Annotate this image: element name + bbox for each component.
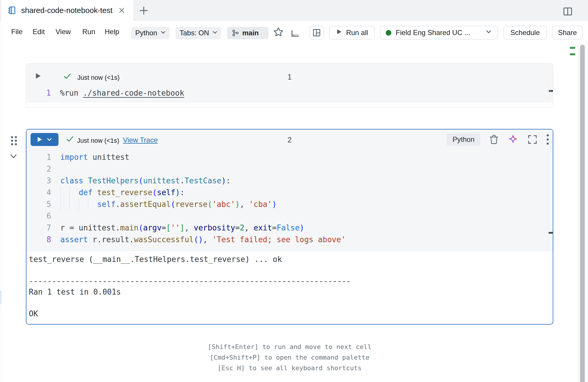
- split-panel-icon: [563, 6, 573, 16]
- language-selector[interactable]: Python: [131, 27, 170, 39]
- code-token: (: [152, 188, 157, 197]
- code-token: ,: [244, 223, 249, 232]
- new-tab-button[interactable]: [138, 5, 149, 16]
- code-token: self: [157, 188, 176, 197]
- share-button[interactable]: Share: [552, 26, 583, 39]
- code-token: verbosity: [194, 223, 235, 232]
- notebook-path-link[interactable]: ./shared-code-notebook: [83, 89, 184, 97]
- code-token: TestCase: [185, 176, 221, 185]
- line-number: 1: [26, 89, 51, 97]
- git-branch-selector[interactable]: main: [227, 27, 268, 39]
- code-token: .: [180, 176, 185, 185]
- notebook-toolbar: File Edit View Run Help Python Tabs: ON …: [0, 21, 588, 41]
- code-token: (: [138, 223, 143, 232]
- code-line[interactable]: 2: [26, 163, 553, 175]
- trash-icon: [489, 134, 499, 145]
- code-token: argv: [143, 223, 162, 232]
- code-token: assertEqual: [120, 200, 171, 209]
- code-token: [93, 188, 97, 197]
- delete-cell-button[interactable]: [489, 134, 499, 145]
- code-token: =: [69, 223, 74, 232]
- schedule-button[interactable]: Schedule: [504, 26, 547, 39]
- menu-edit[interactable]: Edit: [33, 28, 45, 36]
- menu-view[interactable]: View: [56, 28, 71, 36]
- code-token: %run: [60, 89, 83, 97]
- sidebar-peek-handle[interactable]: [0, 291, 1, 304]
- notebook-cell-1[interactable]: Just now (<1s) 1 1%run ./shared-code-not…: [26, 63, 553, 108]
- expand-cell-button[interactable]: [527, 134, 537, 145]
- code-token: wasSuccessful: [134, 235, 194, 244]
- assistant-button[interactable]: [507, 134, 519, 145]
- split-view-button[interactable]: [562, 6, 573, 17]
- cell-number: 1: [26, 72, 553, 82]
- code-line[interactable]: 8assert r.result.wasSuccessful(), 'Test …: [26, 234, 553, 245]
- code-token: =: [272, 223, 277, 232]
- code-token: .: [116, 200, 120, 209]
- scrollbar-thumb[interactable]: [580, 45, 585, 382]
- code-token: unittest: [143, 176, 180, 185]
- code-token: ): [198, 235, 203, 244]
- cell-2-code-editor[interactable]: 1import unittest23class TestHelpers(unit…: [26, 151, 553, 251]
- hint-line: [Shift+Enter] to run and move to next ce…: [26, 342, 553, 352]
- code-line[interactable]: 3class TestHelpers(unittest.TestCase):: [26, 175, 553, 187]
- cell-drag-handle[interactable]: [10, 135, 18, 147]
- cell-1-code-editor[interactable]: 1%run ./shared-code-notebook: [26, 82, 553, 103]
- last-edit-link[interactable]: L..: [291, 29, 299, 37]
- code-token: import: [60, 153, 88, 162]
- menu-file[interactable]: File: [11, 28, 23, 36]
- code-line[interactable]: 1import unittest: [26, 151, 553, 163]
- cell-run-success-marker: [570, 53, 575, 55]
- cell-1-header: Just now (<1s) 1: [26, 64, 553, 82]
- favorite-button[interactable]: [273, 26, 284, 39]
- compute-selector-label: Field Eng Shared UC ...: [396, 29, 485, 37]
- dashboard-layout-button[interactable]: [310, 26, 324, 39]
- code-token: 2: [240, 223, 245, 232]
- notebook-tab[interactable]: shared-code-notebook-test: [1, 0, 134, 21]
- code-token: =: [161, 223, 166, 232]
- line-number: 1: [26, 153, 51, 162]
- code-token: reverse: [175, 200, 208, 209]
- compute-selector[interactable]: Field Eng Shared UC ...: [380, 26, 497, 39]
- plus-icon: [139, 6, 148, 15]
- run-all-button[interactable]: Run all: [329, 26, 375, 39]
- cell-1-result-footer: [26, 103, 553, 107]
- code-line[interactable]: 7r = unittest.main(argv=[''], verbosity=…: [26, 222, 553, 234]
- page-scrollbar[interactable]: [578, 43, 588, 382]
- line-number: 2: [26, 165, 51, 173]
- cell-2-header: Just now (<1s) View Trace 2 Python: [26, 129, 553, 151]
- notebook-cell-2[interactable]: Just now (<1s) View Trace 2 Python: [26, 129, 553, 325]
- code-token: (: [171, 200, 176, 209]
- keyboard-hints: [Shift+Enter] to run and move to next ce…: [26, 342, 553, 373]
- indent-guide: [60, 186, 61, 198]
- sidebar-edge-divider: [1, 0, 1, 382]
- code-line[interactable]: 4 def test_reverse(self):: [26, 187, 553, 198]
- indent-guide: [69, 198, 70, 210]
- code-token: :: [180, 188, 185, 197]
- cell-language-badge[interactable]: Python: [447, 133, 480, 146]
- layout-grid-icon: [312, 28, 321, 37]
- share-label: Share: [558, 29, 577, 37]
- code-token: class: [60, 176, 83, 185]
- code-token: main: [120, 223, 139, 232]
- code-line[interactable]: 1%run ./shared-code-notebook: [26, 87, 553, 99]
- indent-guide: [79, 198, 79, 210]
- tabs-toggle[interactable]: Tabs: ON: [176, 27, 221, 39]
- code-line[interactable]: 6: [26, 210, 553, 222]
- editor-overview-ruler: [548, 85, 553, 102]
- code-token: '': [171, 223, 180, 232]
- code-token: (: [138, 176, 143, 185]
- line-number: 6: [26, 212, 51, 220]
- cell-menu-button[interactable]: [546, 134, 549, 145]
- collapse-cell-button[interactable]: [10, 152, 17, 161]
- menu-help[interactable]: Help: [105, 28, 119, 36]
- code-token: 'cba': [249, 200, 272, 209]
- tab-close-icon[interactable]: [117, 6, 126, 15]
- line-number: 5: [26, 200, 51, 209]
- cluster-status-dot: [386, 30, 391, 36]
- git-branch-label: main: [242, 29, 259, 37]
- code-token: ,: [240, 200, 245, 209]
- menu-run[interactable]: Run: [82, 28, 95, 36]
- code-line[interactable]: 5 self.assertEqual(reverse('abc'), 'cba'…: [26, 198, 553, 210]
- code-token: r: [60, 223, 69, 232]
- kebab-menu-icon: [546, 134, 549, 145]
